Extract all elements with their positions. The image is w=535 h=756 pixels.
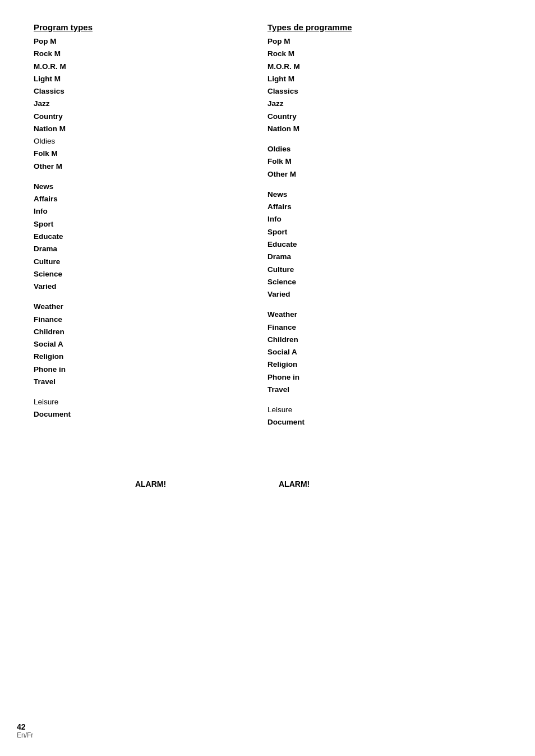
list-item: Religion bbox=[268, 358, 490, 371]
list-item: Finance bbox=[34, 314, 256, 326]
alarm-left-text: ALARM! bbox=[135, 480, 166, 488]
list-item: Affairs bbox=[268, 201, 490, 213]
left-group-3: Weather Finance Children Social A Religi… bbox=[34, 301, 256, 388]
page-footer: 42 En/Fr bbox=[17, 722, 33, 739]
list-item: Pop M bbox=[34, 35, 256, 48]
left-column-header: Program types bbox=[34, 22, 256, 32]
list-item: Other M bbox=[268, 168, 490, 181]
left-group-4: Leisure Document bbox=[34, 396, 256, 421]
list-item: Light M bbox=[34, 73, 256, 85]
list-item: Sport bbox=[268, 226, 490, 238]
list-item: Science bbox=[268, 276, 490, 288]
list-item: Country bbox=[268, 110, 490, 123]
list-item: Children bbox=[268, 334, 490, 346]
list-item: Travel bbox=[34, 376, 256, 388]
list-item: Rock M bbox=[34, 48, 256, 60]
list-item: Light M bbox=[268, 73, 490, 85]
list-item: Affairs bbox=[34, 193, 256, 205]
right-group-2: Oldies Folk M Other M bbox=[268, 143, 490, 181]
list-item: Pop M bbox=[268, 35, 490, 48]
list-item: Culture bbox=[268, 264, 490, 276]
list-item: Drama bbox=[34, 243, 256, 255]
list-item: Weather bbox=[34, 301, 256, 313]
list-item: Sport bbox=[34, 218, 256, 231]
list-item: Oldies bbox=[34, 135, 256, 147]
list-item: Leisure bbox=[34, 396, 256, 408]
list-item: Travel bbox=[268, 384, 490, 396]
list-item: Social A bbox=[268, 346, 490, 358]
list-item: Jazz bbox=[268, 98, 490, 110]
list-item: Info bbox=[268, 213, 490, 225]
list-item: Educate bbox=[268, 238, 490, 251]
list-item: News bbox=[34, 181, 256, 193]
list-item: Social A bbox=[34, 338, 256, 351]
list-item: Varied bbox=[268, 288, 490, 301]
list-item: Phone in bbox=[34, 363, 256, 376]
list-item: Phone in bbox=[268, 371, 490, 384]
list-item: Nation M bbox=[268, 123, 490, 135]
left-group-2: News Affairs Info Sport Educate Drama Cu… bbox=[34, 181, 256, 293]
list-item: Jazz bbox=[34, 98, 256, 110]
list-item: Folk M bbox=[34, 147, 256, 160]
list-item: Document bbox=[34, 408, 256, 421]
page-language: En/Fr bbox=[17, 731, 33, 739]
list-item: Religion bbox=[34, 351, 256, 363]
left-column: Program types Pop M Rock M M.O.R. M Ligh… bbox=[34, 22, 268, 429]
list-item: Varied bbox=[34, 280, 256, 293]
left-group-1: Pop M Rock M M.O.R. M Light M Classics J… bbox=[34, 35, 256, 173]
list-item: M.O.R. M bbox=[34, 61, 256, 73]
list-item: Other M bbox=[34, 160, 256, 173]
list-item: Oldies bbox=[268, 143, 490, 155]
list-item: Classics bbox=[34, 85, 256, 98]
right-column-header: Types de programme bbox=[268, 22, 490, 32]
list-item: Children bbox=[34, 326, 256, 338]
alarm-right: ALARM! bbox=[268, 480, 501, 488]
list-item: Educate bbox=[34, 231, 256, 243]
list-item: Document bbox=[268, 416, 490, 428]
list-item: Nation M bbox=[34, 123, 256, 135]
right-group-3: News Affairs Info Sport Educate Drama Cu… bbox=[268, 188, 490, 301]
right-group-4: Weather Finance Children Social A Religi… bbox=[268, 308, 490, 396]
list-item: Science bbox=[34, 268, 256, 280]
list-item: Folk M bbox=[268, 155, 490, 168]
right-group-5: Leisure Document bbox=[268, 404, 490, 429]
list-item: Drama bbox=[268, 251, 490, 263]
alarm-row: ALARM! ALARM! bbox=[0, 480, 535, 488]
list-item: M.O.R. M bbox=[268, 61, 490, 73]
list-item: Rock M bbox=[268, 48, 490, 60]
list-item: Finance bbox=[268, 321, 490, 334]
list-item: Country bbox=[34, 110, 256, 123]
list-item: News bbox=[268, 188, 490, 201]
alarm-left: ALARM! bbox=[34, 480, 268, 488]
page-content: Program types Pop M Rock M M.O.R. M Ligh… bbox=[0, 0, 535, 474]
list-item: Leisure bbox=[268, 404, 490, 416]
alarm-right-text: ALARM! bbox=[279, 480, 310, 488]
list-item: Classics bbox=[268, 85, 490, 98]
list-item: Culture bbox=[34, 256, 256, 268]
page-number: 42 bbox=[17, 722, 33, 731]
right-group-1: Pop M Rock M M.O.R. M Light M Classics J… bbox=[268, 35, 490, 135]
list-item: Weather bbox=[268, 308, 490, 321]
right-column: Types de programme Pop M Rock M M.O.R. M… bbox=[268, 22, 501, 429]
list-item: Info bbox=[34, 205, 256, 218]
